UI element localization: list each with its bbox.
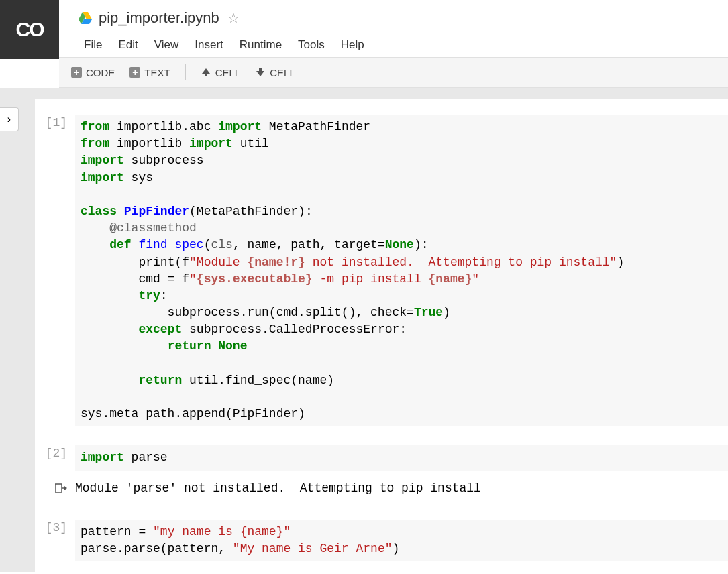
plus-icon: + bbox=[71, 67, 82, 78]
toolbar: + CODE + TEXT CELL CELL bbox=[59, 57, 728, 88]
output-cell-2: Module 'parse' not installed. Attempting… bbox=[35, 473, 728, 504]
output-prompt bbox=[35, 571, 75, 572]
menu-insert[interactable]: Insert bbox=[188, 36, 230, 54]
code-cell-2[interactable]: [2] import parse bbox=[35, 443, 728, 473]
document-title[interactable]: pip_importer.ipynb bbox=[99, 9, 219, 27]
svg-marker-5 bbox=[256, 71, 264, 76]
menu-view[interactable]: View bbox=[148, 36, 186, 54]
svg-rect-7 bbox=[55, 484, 62, 492]
svg-rect-6 bbox=[259, 68, 262, 72]
sidebar-toggle[interactable]: › bbox=[0, 107, 19, 131]
add-code-button[interactable]: + CODE bbox=[66, 64, 120, 81]
menu-edit[interactable]: Edit bbox=[111, 36, 144, 54]
output-body: Module 'parse' not installed. Attempting… bbox=[75, 480, 728, 497]
menu-runtime[interactable]: Runtime bbox=[233, 36, 289, 54]
cell-up-label: CELL bbox=[215, 67, 241, 78]
svg-marker-9 bbox=[64, 486, 67, 490]
menu-tools[interactable]: Tools bbox=[291, 36, 331, 54]
output-cell-3: <Result () {'name': 'Geir Arne'}> bbox=[35, 564, 728, 572]
title-bar: pip_importer.ipynb ☆ bbox=[77, 0, 728, 30]
output-body: <Result () {'name': 'Geir Arne'}> bbox=[75, 571, 728, 572]
notebook: [1] from importlib.abc import MetaPathFi… bbox=[35, 99, 728, 572]
toolbar-separator bbox=[185, 64, 186, 80]
logo-text: CO bbox=[16, 18, 44, 41]
code-cell-3[interactable]: [3] pattern = "my name is {name}" parse.… bbox=[35, 517, 728, 564]
cell-prompt: [1] bbox=[35, 115, 75, 426]
arrow-down-icon bbox=[255, 67, 266, 78]
code-label: CODE bbox=[86, 67, 115, 78]
add-text-button[interactable]: + TEXT bbox=[124, 64, 175, 81]
content-area: [1] from importlib.abc import MetaPathFi… bbox=[0, 88, 728, 572]
code-body[interactable]: import parse bbox=[75, 445, 728, 470]
code-body[interactable]: pattern = "my name is {name}" parse.pars… bbox=[75, 520, 728, 561]
drive-icon bbox=[77, 10, 93, 26]
cell-down-button[interactable]: CELL bbox=[250, 64, 301, 81]
menu-file[interactable]: File bbox=[77, 36, 109, 54]
cell-prompt: [2] bbox=[35, 445, 75, 470]
plus-icon: + bbox=[129, 67, 140, 78]
cell-up-button[interactable]: CELL bbox=[195, 64, 246, 81]
output-icon bbox=[55, 483, 67, 494]
cell-down-label: CELL bbox=[270, 67, 295, 78]
menu-help[interactable]: Help bbox=[334, 36, 371, 54]
code-body[interactable]: from importlib.abc import MetaPathFinder… bbox=[75, 115, 728, 426]
logo: CO bbox=[0, 0, 59, 59]
text-label: TEXT bbox=[144, 67, 170, 78]
menu-bar: File Edit View Insert Runtime Tools Help bbox=[77, 30, 728, 57]
svg-marker-3 bbox=[202, 68, 210, 74]
svg-rect-4 bbox=[205, 73, 207, 76]
output-prompt bbox=[35, 480, 75, 497]
arrow-up-icon bbox=[201, 67, 211, 78]
star-icon[interactable]: ☆ bbox=[227, 10, 240, 26]
code-cell-1[interactable]: [1] from importlib.abc import MetaPathFi… bbox=[35, 112, 728, 429]
cell-prompt: [3] bbox=[35, 520, 75, 561]
